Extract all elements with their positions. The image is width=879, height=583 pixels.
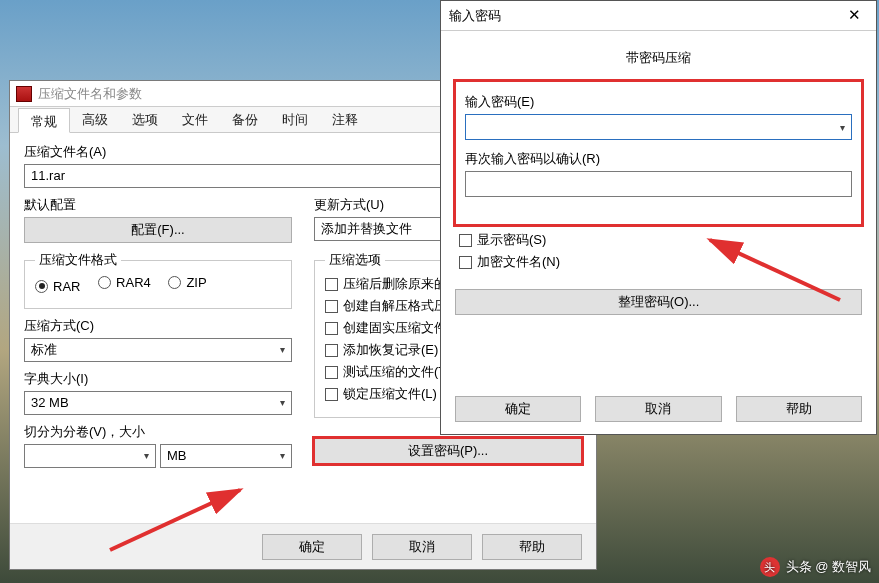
split-size-combo[interactable]: ▾ — [24, 444, 156, 468]
chevron-down-icon: ▾ — [840, 122, 845, 133]
tab-files[interactable]: 文件 — [170, 107, 220, 132]
split-unit-combo[interactable]: MB▾ — [160, 444, 292, 468]
opt-label: 添加恢复记录(E) — [343, 341, 438, 359]
tab-backup[interactable]: 备份 — [220, 107, 270, 132]
watermark-text: 头条 @ 数智风 — [786, 558, 871, 576]
radio-rar4[interactable]: RAR4 — [98, 275, 151, 290]
app-icon — [16, 86, 32, 102]
pw-cancel-button[interactable]: 取消 — [595, 396, 721, 422]
dict-label: 字典大小(I) — [24, 370, 292, 388]
password-bottom-bar: 确定 取消 帮助 — [455, 382, 862, 422]
show-password-check[interactable]: 显示密码(S) — [459, 231, 546, 249]
default-profile-label: 默认配置 — [24, 196, 292, 214]
opt-label: 锁定压缩文件(L) — [343, 385, 437, 403]
encrypt-names-check[interactable]: 加密文件名(N) — [459, 253, 560, 271]
chevron-down-icon: ▾ — [280, 394, 285, 412]
tab-options[interactable]: 选项 — [120, 107, 170, 132]
archive-title: 压缩文件名和参数 — [38, 85, 142, 103]
format-group: 压缩文件格式 RAR RAR4 ZIP — [24, 251, 292, 309]
password-body: 带密码压缩 输入密码(E) ▾ 再次输入密码以确认(R) 显示密码(S) 加密文… — [441, 31, 876, 434]
password-header: 带密码压缩 — [455, 41, 862, 81]
password-title: 输入密码 — [449, 7, 501, 25]
enter-password-input[interactable]: ▾ — [465, 114, 852, 140]
radio-rar-label: RAR — [53, 279, 80, 294]
profile-button[interactable]: 配置(F)... — [24, 217, 292, 243]
dict-combo[interactable]: 32 MB▾ — [24, 391, 292, 415]
ok-button[interactable]: 确定 — [262, 534, 362, 560]
update-mode-value: 添加并替换文件 — [321, 220, 412, 238]
radio-zip-label: ZIP — [186, 275, 206, 290]
tab-general[interactable]: 常规 — [18, 108, 70, 133]
format-legend: 压缩文件格式 — [35, 251, 121, 269]
chevron-down-icon: ▾ — [280, 447, 285, 465]
opt-label: 测试压缩的文件(T) — [343, 363, 451, 381]
confirm-password-label: 再次输入密码以确认(R) — [465, 150, 852, 168]
cancel-button[interactable]: 取消 — [372, 534, 472, 560]
set-password-highlight: 设置密码(P)... — [314, 438, 582, 464]
pw-ok-button[interactable]: 确定 — [455, 396, 581, 422]
tab-comment[interactable]: 注释 — [320, 107, 370, 132]
method-value: 标准 — [31, 341, 57, 359]
chevron-down-icon: ▾ — [144, 447, 149, 465]
opt-lock[interactable]: 锁定压缩文件(L) — [325, 385, 437, 403]
password-inputs-highlight: 输入密码(E) ▾ 再次输入密码以确认(R) — [455, 81, 862, 225]
tab-time[interactable]: 时间 — [270, 107, 320, 132]
password-dialog: 输入密码 ✕ 带密码压缩 输入密码(E) ▾ 再次输入密码以确认(R) 显示密码… — [440, 0, 877, 435]
method-label: 压缩方式(C) — [24, 317, 292, 335]
watermark: 头 头条 @ 数智风 — [760, 557, 871, 577]
radio-rar[interactable]: RAR — [35, 279, 80, 294]
dict-value: 32 MB — [31, 394, 69, 412]
set-password-button[interactable]: 设置密码(P)... — [314, 438, 582, 464]
chevron-down-icon: ▾ — [280, 341, 285, 359]
help-button[interactable]: 帮助 — [482, 534, 582, 560]
radio-rar4-label: RAR4 — [116, 275, 151, 290]
split-label: 切分为分卷(V)，大小 — [24, 423, 292, 441]
compress-options-legend: 压缩选项 — [325, 251, 385, 269]
opt-test[interactable]: 测试压缩的文件(T) — [325, 363, 451, 381]
method-combo[interactable]: 标准▾ — [24, 338, 292, 362]
pw-help-button[interactable]: 帮助 — [736, 396, 862, 422]
organize-passwords-button[interactable]: 整理密码(O)... — [455, 289, 862, 315]
split-unit: MB — [167, 447, 187, 465]
enter-password-label: 输入密码(E) — [465, 93, 852, 111]
opt-recovery[interactable]: 添加恢复记录(E) — [325, 341, 438, 359]
watermark-icon: 头 — [760, 557, 780, 577]
confirm-password-input[interactable] — [465, 171, 852, 197]
close-icon[interactable]: ✕ — [840, 6, 868, 26]
password-titlebar: 输入密码 ✕ — [441, 1, 876, 31]
show-password-label: 显示密码(S) — [477, 231, 546, 249]
radio-zip[interactable]: ZIP — [168, 275, 206, 290]
tab-advanced[interactable]: 高级 — [70, 107, 120, 132]
archive-bottom-bar: 确定 取消 帮助 — [10, 523, 596, 569]
left-column: 默认配置 配置(F)... 压缩文件格式 RAR RAR4 ZIP 压缩方式(C… — [24, 196, 292, 468]
encrypt-names-label: 加密文件名(N) — [477, 253, 560, 271]
